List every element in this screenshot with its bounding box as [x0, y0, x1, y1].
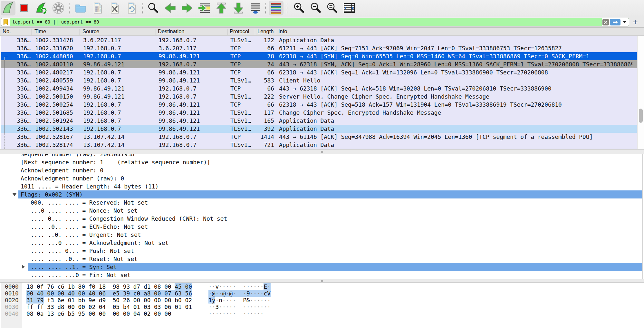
display-filter-value: tcp.port == 80 || udp.port == 80 [12, 18, 99, 26]
packet-row[interactable]: 336…1002.49943499.86.49.121192.168.0.7TC… [1, 84, 637, 92]
go-next-packet-button[interactable] [180, 1, 195, 15]
hex-row[interactable]: 0030ff ff 33 d8 00 00 02 04 05 b4 01 03 … [0, 304, 644, 310]
zoom-out-button[interactable] [308, 1, 323, 15]
go-previous-packet-button[interactable] [163, 1, 178, 15]
conversation-range-line [5, 60, 5, 133]
arrow-first-icon [215, 2, 228, 14]
toolbar-separator [287, 3, 287, 14]
detail-tree-line[interactable]: .... ..0. .... = Urgent: Not set [0, 231, 643, 239]
folder-icon [74, 2, 87, 14]
display-filter-input[interactable]: tcp.port == 80 || udp.port == 80 [1, 18, 629, 26]
packet-row[interactable]: 336…1002.3314783.6.207.117192.168.0.7TLS… [1, 36, 637, 44]
packet-row[interactable]: 336…1002.480559192.168.0.799.86.49.121TL… [1, 76, 637, 84]
hex-row[interactable]: 001000 40 00 00 40 00 40 06 e5 39 c0 a8 … [0, 290, 644, 297]
packet-row[interactable]: 336…1002.501685192.168.0.799.86.49.121TL… [1, 109, 637, 117]
packet-row[interactable]: 336…1002.331620192.168.0.73.6.207.117TCP… [1, 44, 637, 52]
packet-row[interactable]: 336…1002.52817413.107.42.14192.168.0.7TL… [1, 141, 637, 149]
filter-bookmark-button[interactable] [1, 18, 10, 26]
column-header-info[interactable]: Info [278, 28, 375, 35]
packet-list-scrollbar-thumb[interactable] [639, 109, 643, 123]
column-header-no[interactable]: No. [3, 28, 30, 35]
detail-tree-line[interactable]: 1011 .... = Header Length: 44 bytes (11) [0, 182, 643, 190]
conversation-range-line-dashed [5, 133, 5, 149]
expander-open-icon[interactable] [13, 193, 16, 196]
start-capture-button[interactable] [1, 1, 15, 15]
packet-row[interactable]: 336…1002.502143192.168.0.799.86.49.121TL… [1, 125, 637, 133]
detail-tree-line[interactable]: .... 0... .... = Congestion Window Reduc… [0, 215, 643, 223]
expander-closed-icon[interactable] [22, 265, 25, 269]
detail-tree-line[interactable]: Flags: 0x002 (SYN) [0, 190, 643, 198]
packet-row[interactable]: 336…1002.501924192.168.0.799.86.49.121TL… [1, 117, 637, 125]
zoom-reset-icon [326, 2, 338, 14]
packet-row[interactable]: 336…1002.448050192.168.0.799.86.49.121TC… [1, 52, 637, 60]
zoom-reset-button[interactable] [325, 1, 340, 15]
resize-columns-button[interactable] [342, 1, 357, 15]
column-header-protocol[interactable]: Protocol [230, 28, 254, 35]
reload-capture-file-button[interactable] [124, 1, 139, 15]
packet-row[interactable]: 336…1002.48011099.86.49.121192.168.0.7TC… [1, 60, 637, 68]
restart-capture-button[interactable] [34, 1, 49, 15]
column-header-time[interactable]: Time [34, 28, 78, 35]
filter-apply-button[interactable] [610, 19, 620, 25]
detail-tree-line[interactable]: [Next sequence number: 1 (relative seque… [0, 158, 643, 166]
open-capture-file-button[interactable] [73, 1, 88, 15]
detail-tree-line[interactable]: Acknowledgment number: 0 [0, 166, 643, 174]
auto-scroll-button[interactable] [248, 1, 263, 15]
find-packet-button[interactable] [146, 1, 160, 15]
colorize-icon [270, 2, 283, 14]
hex-row[interactable]: 004008 0a 13 e6 b5 95 00 00 00 00 04 02 … [0, 310, 644, 317]
detail-tree-line[interactable]: 000. .... .... = Reserved: Not set [0, 198, 643, 207]
column-separator[interactable] [156, 29, 156, 35]
filter-dropdown-caret[interactable] [623, 21, 626, 23]
column-separator[interactable] [255, 29, 255, 35]
hex-row[interactable]: 000018 0f 76 c6 1b 80 f0 18 98 93 d7 d1 … [0, 283, 644, 290]
fin-restart-icon [35, 2, 48, 14]
packet-list-detail-splitter[interactable] [0, 149, 644, 154]
save-capture-file-button[interactable]: 010100110101110 [90, 1, 105, 15]
capture-options-button[interactable] [51, 1, 66, 15]
toolbar-separator [142, 3, 143, 14]
detail-tree-line[interactable]: .... ...0 .... = Acknowledgment: Not set [0, 239, 643, 247]
detail-tree-line[interactable]: .... .... .0.. = Reset: Not set [0, 255, 643, 263]
zoom-in-icon [293, 2, 305, 14]
detail-tree-line[interactable]: .... .0.. .... = ECN-Echo: Not set [0, 223, 643, 231]
zoom-out-icon [310, 2, 322, 14]
column-separator[interactable] [32, 29, 32, 35]
detail-tree-line[interactable]: Acknowledgment number (raw): 0 [0, 174, 643, 182]
column-separator[interactable] [227, 29, 227, 35]
go-last-packet-button[interactable] [231, 1, 246, 15]
close-capture-file-button[interactable] [107, 1, 122, 15]
column-header-source[interactable]: Source [82, 28, 154, 35]
detail-tree-line[interactable]: ...0 .... .... = Nonce: Not set [0, 207, 643, 215]
filter-clear-button[interactable] [602, 19, 609, 25]
detail-tree-line[interactable]: Sequence number (raw): 2005041938 [0, 154, 643, 158]
arrow-goto-icon [197, 1, 211, 15]
zoom-in-button[interactable] [292, 1, 306, 15]
column-header-destination[interactable]: Destination [158, 28, 226, 35]
packet-row[interactable]: 336…1002.500254192.168.0.799.86.49.121TC… [1, 101, 637, 109]
filter-add-button[interactable]: + [632, 17, 639, 26]
detail-tree-line[interactable]: .... .... 0... = Push: Not set [0, 247, 643, 255]
stop-capture-button[interactable] [17, 1, 32, 15]
go-to-packet-button[interactable] [197, 1, 212, 15]
colorize-packets-button[interactable] [269, 1, 284, 15]
packet-list: 336…1002.3314783.6.207.117192.168.0.7TLS… [0, 36, 644, 149]
doc-reload-icon [126, 2, 138, 14]
detail-bytes-splitter[interactable] [0, 279, 644, 283]
column-header-length[interactable]: Length [257, 28, 274, 35]
hex-row[interactable]: 002031 79 f3 6e 01 bb 9e d9 50 26 00 00 … [0, 297, 644, 304]
arrow-right-icon [181, 2, 194, 14]
packet-row[interactable]: 336…1002.480217192.168.0.799.86.49.121TC… [1, 68, 637, 76]
wireshark-window: 010100110101110 tcp.port == 80 || udp.po… [0, 0, 644, 328]
detail-tree-line[interactable]: .... .... ...0 = Fin: Not set [0, 271, 643, 279]
go-first-packet-button[interactable] [214, 1, 229, 15]
detail-tree-line[interactable]: .... .... ..1. = Syn: Set [0, 263, 643, 271]
column-separator[interactable] [80, 29, 80, 35]
splitter-handle-dot [321, 280, 323, 282]
packet-row[interactable]: 336…1002.52816713.107.42.14192.168.0.7TC… [1, 133, 637, 141]
column-separator[interactable] [276, 29, 276, 35]
packet-row[interactable]: 336…1002.50015099.86.49.121192.168.0.7TL… [1, 92, 637, 101]
packet-detail-pane: Sequence number (raw): 2005041938[Next s… [0, 154, 643, 279]
packet-list-scrollbar[interactable] [637, 36, 644, 149]
gear-icon [52, 2, 65, 14]
